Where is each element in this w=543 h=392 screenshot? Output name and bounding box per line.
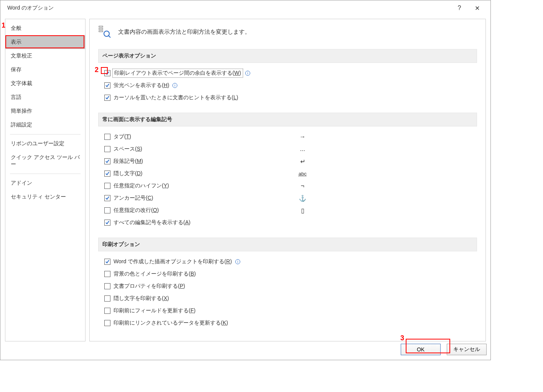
option-row: 背景の色とイメージを印刷する(B)	[98, 269, 477, 279]
checkbox[interactable]	[104, 82, 110, 89]
option-label[interactable]: 段落記号(M)	[114, 158, 143, 165]
option-row: 文書プロパティを印刷する(P)	[98, 281, 477, 291]
option-label[interactable]: 印刷前にフィールドを更新する(F)	[114, 307, 196, 314]
option-row: 任意指定の改行(O)▯	[98, 205, 477, 215]
annotation-2: 2	[95, 66, 99, 74]
sidebar-item[interactable]: 簡単操作	[5, 104, 85, 118]
sidebar-item[interactable]: 文字体裁	[5, 77, 85, 90]
option-label[interactable]: 隠し文字を印刷する(X)	[114, 295, 169, 302]
formatting-mark-symbol: ▯	[297, 207, 308, 214]
option-row: すべての編集記号を表示する(A)	[98, 218, 477, 228]
option-label[interactable]: Word で作成した描画オブジェクトを印刷する(R)	[114, 258, 232, 265]
dialog-body: 全般表示文章校正保存文字体裁言語簡単操作詳細設定リボンのユーザー設定クイック ア…	[0, 16, 490, 344]
content-header: 文書内容の画面表示方法と印刷方法を変更します。	[98, 25, 477, 38]
option-row: 段落記号(M)↵	[98, 156, 477, 166]
sidebar-item[interactable]: 表示	[5, 35, 85, 49]
option-label[interactable]: 任意指定の改行(O)	[114, 207, 159, 214]
info-icon[interactable]: i	[245, 71, 250, 76]
sidebar-item[interactable]: 言語	[5, 90, 85, 104]
option-row: Word で作成した描画オブジェクトを印刷する(R)i	[98, 257, 477, 267]
annotation-3: 3	[400, 334, 404, 342]
option-row: アンカー記号(C)⚓	[98, 193, 477, 203]
option-label[interactable]: スペース(S)	[114, 146, 142, 153]
svg-text:i: i	[174, 84, 175, 87]
sidebar-item[interactable]: 文章校正	[5, 49, 85, 63]
option-label[interactable]: 任意指定のハイフン(Y)	[114, 182, 169, 189]
checkbox[interactable]	[104, 295, 110, 302]
help-button[interactable]: ?	[451, 2, 468, 14]
option-label[interactable]: 背景の色とイメージを印刷する(B)	[114, 271, 196, 277]
option-label[interactable]: 隠し文字(D)	[114, 170, 142, 177]
svg-rect-1	[99, 28, 103, 30]
option-row: 任意指定のハイフン(Y)¬	[98, 181, 477, 191]
checkbox[interactable]	[104, 207, 110, 213]
option-row: 蛍光ペンを表示する(H)i	[98, 80, 477, 90]
option-row: スペース(S)...	[98, 144, 477, 154]
section-print-options: 印刷オプション Word で作成した描画オブジェクトを印刷する(R)i背景の色と…	[98, 238, 477, 328]
svg-text:i: i	[247, 71, 248, 75]
svg-text:i: i	[237, 260, 238, 264]
option-label[interactable]: カーソルを置いたときに文書のヒントを表示する(L)	[114, 94, 238, 101]
titlebar: Word のオプション ? ✕	[0, 0, 490, 16]
option-label[interactable]: 印刷前にリンクされているデータを更新する(K)	[114, 320, 228, 326]
sidebar-item[interactable]: アドイン	[5, 176, 85, 190]
option-row: 隠し文字(D)abc	[98, 169, 477, 179]
section-title-page: ページ表示オプション	[98, 49, 477, 63]
checkbox[interactable]	[104, 259, 110, 265]
info-icon[interactable]: i	[172, 83, 178, 88]
svg-rect-2	[99, 31, 103, 32]
checkbox[interactable]	[104, 183, 110, 189]
option-label[interactable]: 蛍光ペンを表示する(H)	[114, 82, 169, 89]
sidebar-divider	[10, 134, 81, 134]
option-row: 隠し文字を印刷する(X)	[98, 294, 477, 303]
option-row: 印刷前にリンクされているデータを更新する(K)	[98, 318, 477, 328]
section-title-print: 印刷オプション	[98, 238, 477, 251]
checkbox[interactable]	[104, 283, 110, 289]
section-formatting-marks: 常に画面に表示する編集記号 タブ(T)→スペース(S)...段落記号(M)↵隠し…	[98, 113, 477, 228]
svg-point-3	[104, 31, 109, 36]
content-header-text: 文書内容の画面表示方法と印刷方法を変更します。	[118, 28, 250, 36]
close-button[interactable]: ✕	[468, 2, 486, 14]
checkbox[interactable]	[104, 271, 110, 277]
formatting-mark-symbol: ↵	[297, 158, 308, 165]
svg-rect-0	[99, 26, 103, 27]
checkbox[interactable]	[104, 308, 110, 314]
checkbox[interactable]	[104, 320, 110, 326]
section-title-marks: 常に画面に表示する編集記号	[98, 113, 477, 126]
cancel-button[interactable]: キャンセル	[447, 344, 487, 355]
checkbox[interactable]	[104, 95, 110, 101]
option-label[interactable]: 文書プロパティを印刷する(P)	[114, 283, 185, 290]
sidebar-item[interactable]: 全般	[5, 21, 85, 35]
sidebar-item[interactable]: リボンのユーザー設定	[5, 137, 85, 151]
option-label[interactable]: すべての編集記号を表示する(A)	[114, 219, 191, 226]
checkbox[interactable]	[104, 70, 110, 76]
checkbox[interactable]	[104, 171, 110, 177]
sidebar-item[interactable]: クイック アクセス ツール バー	[5, 151, 85, 171]
formatting-mark-symbol: abc	[297, 171, 308, 177]
checkbox[interactable]	[104, 146, 110, 152]
option-row: 印刷レイアウト表示でページ間の余白を表示する(W)i	[98, 68, 477, 78]
option-label[interactable]: タブ(T)	[114, 133, 131, 140]
sidebar-item[interactable]: 保存	[5, 63, 85, 77]
sidebar-divider	[10, 174, 81, 174]
annotation-1: 1	[2, 21, 5, 30]
formatting-mark-symbol: ⚓	[297, 195, 308, 202]
option-label[interactable]: アンカー記号(C)	[114, 195, 153, 202]
formatting-mark-symbol: →	[297, 133, 308, 140]
formatting-mark-symbol: ...	[297, 146, 308, 153]
ok-button[interactable]: OK	[401, 344, 441, 355]
formatting-mark-symbol: ¬	[297, 182, 308, 189]
info-icon[interactable]: i	[235, 259, 240, 264]
option-label[interactable]: 印刷レイアウト表示でページ間の余白を表示する(W)	[114, 70, 242, 77]
checkbox[interactable]	[104, 195, 110, 201]
option-row: 印刷前にフィールドを更新する(F)	[98, 306, 477, 316]
sidebar-item[interactable]: 詳細設定	[5, 118, 85, 132]
section-page-display: ページ表示オプション 印刷レイアウト表示でページ間の余白を表示する(W)i蛍光ペ…	[98, 49, 477, 103]
option-row: カーソルを置いたときに文書のヒントを表示する(L)	[98, 93, 477, 103]
sidebar-item[interactable]: セキュリティ センター	[5, 190, 85, 204]
option-row: タブ(T)→	[98, 132, 477, 142]
checkbox[interactable]	[104, 134, 110, 140]
checkbox[interactable]	[104, 220, 110, 226]
checkbox[interactable]	[104, 158, 110, 164]
dialog-footer: OK キャンセル	[401, 342, 487, 360]
